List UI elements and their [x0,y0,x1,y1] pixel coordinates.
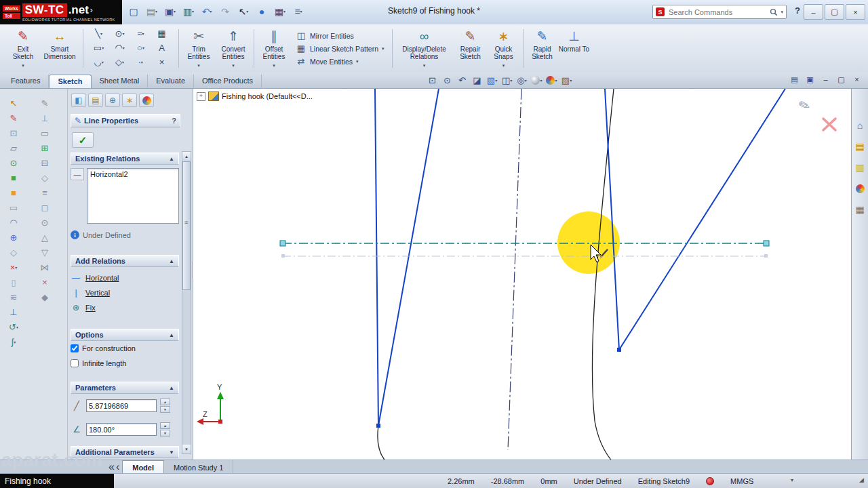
exit-sketch-button[interactable]: ✎ Exit Sketch ▾ [7,26,39,71]
open-icon[interactable]: ▤▾ [144,4,159,19]
rectangle-tool-icon[interactable]: ▭▾ [89,41,108,54]
circle-entity-icon[interactable]: ⊙ [5,157,22,169]
dropdown-caret-icon[interactable]: ▾ [502,62,505,69]
annotate-tool-icon[interactable]: ✎ [37,97,53,110]
circle-tool-icon[interactable]: ⊙▾ [110,27,130,40]
dropdown-caret-icon[interactable]: ▾ [14,340,16,344]
dropdown-caret-icon[interactable]: ▾ [495,79,497,83]
list-tool-icon[interactable]: ≡ [37,186,53,199]
feature-tree-root[interactable]: Fishing hook (Default<<D... [222,92,313,100]
scroll-down-icon[interactable]: ▼ [182,445,191,453]
dropdown-caret-icon[interactable]: ▾ [540,79,542,83]
dropdown-caret-icon[interactable]: ▾ [15,266,17,270]
down-triangle-icon[interactable]: ▽ [37,246,53,259]
display-delete-relations-button[interactable]: ∞ Display/Delete Relations ▾ [395,26,454,71]
macro-record-icon[interactable]: ● [254,4,269,19]
add-fix-button[interactable]: ⊛ Fix [71,300,179,315]
select-icon[interactable]: ↖▾ [236,4,251,19]
dropdown-caret-icon[interactable]: ▾ [16,325,18,329]
spline-curve[interactable] [592,89,621,460]
collapse-chevron-icon[interactable]: ▲ [169,258,174,264]
dropdown-caret-icon[interactable]: ▾ [197,62,200,69]
dropdown-caret-icon[interactable]: ▾ [142,46,144,50]
zoom-area-icon[interactable]: ⊙ [441,74,454,87]
view-settings-icon[interactable]: ▨▾ [560,74,573,87]
zoom-fit-icon[interactable]: ⊡ [426,74,439,87]
rapid-sketch-button[interactable]: ✎ Rapid Sketch [526,26,559,71]
scrollbar-thumb[interactable] [182,161,191,290]
file-explorer-icon[interactable]: ▥ [853,161,867,174]
options-header[interactable]: Options ▲ [71,329,179,341]
appearances-ball-icon[interactable]: ▾ [545,74,558,87]
plane-tool-icon[interactable]: ▱ [5,142,22,155]
spin-down-icon[interactable]: ▼ [160,430,170,436]
quick-snaps-button[interactable]: ∗ Quick Snaps ▾ [488,26,520,71]
search-magnifier-icon[interactable] [770,8,778,16]
rectangle-entity-icon[interactable]: ▭ [5,201,22,214]
polygon-entity-icon[interactable]: ◇ [5,246,22,259]
apply-scene-icon[interactable]: ▾ [530,74,543,87]
fillet-tool-icon[interactable]: ◡▾ [89,56,108,68]
panel-tool-icon[interactable]: ▯ [5,276,22,289]
custom-properties-icon[interactable]: ▦ [853,203,867,216]
redo-icon[interactable]: ↷ [218,4,233,19]
tab-evaluate[interactable]: Evaluate [148,75,194,88]
dropdown-caret-icon[interactable]: ▾ [122,60,124,64]
perpendicular-icon[interactable]: ⊥ [5,306,22,319]
relation-tool-icon[interactable]: ⊥ [37,112,53,125]
spin-up-icon[interactable]: ▲ [160,422,170,429]
ellipse-tool-icon[interactable]: ○▾ [131,41,151,54]
hide-show-items-icon[interactable]: ◎▾ [515,74,528,87]
doc-restore-icon[interactable]: ▢ [835,74,847,85]
dropdown-caret-icon[interactable]: ▾ [283,9,285,14]
search-dropdown-icon[interactable]: ▾ [781,9,783,15]
trim-entities-button[interactable]: ✂ Trim Entities ▾ [182,26,216,71]
block-tool-icon[interactable]: ◻ [37,201,53,214]
tab-features[interactable]: Features [3,75,49,88]
dropdown-caret-icon[interactable]: ▾ [273,62,275,69]
configuration-tab-icon[interactable]: ▤ [88,94,103,107]
undo-icon[interactable]: ↶▾ [199,4,214,19]
arc-tool-icon[interactable]: ◠▾ [110,41,130,54]
design-library-icon[interactable]: ▤ [853,140,867,153]
line-tool-icon[interactable]: ╲▾ [89,27,108,40]
collapse-chevron-icon[interactable]: ▲ [169,332,174,338]
save-icon[interactable]: ▣▾ [163,4,178,19]
join-tool-icon[interactable]: ⋈ [37,261,53,274]
erase-tool-icon[interactable]: × [152,56,172,68]
delete-relation-icon[interactable]: ×▾ [5,261,22,274]
new-window-icon[interactable]: ▤ [789,74,800,85]
print-icon[interactable]: ▥▾ [181,4,196,19]
search-input[interactable] [667,7,767,17]
sweep-tool-icon[interactable]: ∫▾ [5,336,22,348]
dropdown-caret-icon[interactable]: ▾ [100,32,102,36]
move-entities-button[interactable]: ⇄ Move Entities ▾ [296,56,384,66]
diamond-solid-icon[interactable]: ◆ [37,291,53,304]
panel-help-icon[interactable]: ? [172,117,176,125]
model-tab[interactable]: Model [122,460,164,473]
circle-ref-icon[interactable]: ⊙ [37,216,53,229]
dropdown-caret-icon[interactable]: ▾ [382,46,384,52]
relation-item[interactable]: Horizontal2 [90,170,176,178]
text-tool-icon[interactable]: A [152,41,172,54]
scroll-up-icon[interactable]: ▲ [182,152,191,161]
add-horizontal-button[interactable]: — Horizontal [71,270,179,285]
spline-curve[interactable] [378,426,399,460]
surface-tool-icon[interactable]: ■ [5,186,22,199]
offset-curve-icon[interactable]: ≋ [5,291,22,304]
propertymanager-tab-icon[interactable]: ◧ [71,94,86,107]
help-button[interactable]: ? [791,5,804,18]
display-style-icon[interactable]: ◫▾ [500,74,513,87]
dropdown-caret-icon[interactable]: ▾ [174,9,176,14]
arc-entity-icon[interactable]: ◠ [5,216,22,229]
point-tool-icon[interactable]: ∙▾ [131,56,151,68]
diamond-tool-icon[interactable]: ◇ [37,171,53,184]
tab-sketch[interactable]: Sketch [49,75,91,88]
ok-commit-button[interactable]: ✓ [72,132,94,148]
repair-sketch-button[interactable]: ✎ Repair Sketch [454,26,488,71]
dropdown-caret-icon[interactable]: ▾ [300,9,302,14]
polygon-tool-icon[interactable]: ◇▾ [110,56,130,68]
sketch-entity-icon[interactable]: ✎ [5,112,22,125]
add-relations-header[interactable]: Add Relations ▲ [71,255,179,267]
spin-up-icon[interactable]: ▲ [160,399,170,405]
